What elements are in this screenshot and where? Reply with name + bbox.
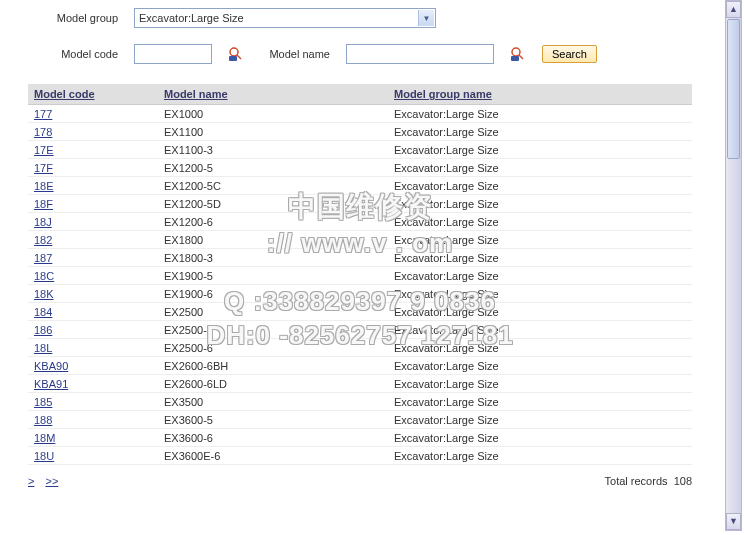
- model-name-label: Model name: [260, 48, 330, 60]
- model-code-label: Model code: [40, 48, 118, 60]
- table-row: 18KEX1900-6Excavator:Large Size: [28, 285, 692, 303]
- model-code-link[interactable]: KBA90: [34, 360, 68, 372]
- model-code-link[interactable]: 18C: [34, 270, 54, 282]
- table-row: 185EX3500Excavator:Large Size: [28, 393, 692, 411]
- scroll-thumb[interactable]: [727, 19, 740, 159]
- cell-code: 17F: [28, 159, 158, 177]
- cell-group: Excavator:Large Size: [388, 267, 692, 285]
- cell-name: EX1900-5: [158, 267, 388, 285]
- filter-row-2: Model code Model name Search: [0, 36, 720, 72]
- cell-group: Excavator:Large Size: [388, 195, 692, 213]
- pager: > >>: [28, 475, 66, 487]
- svg-line-4: [519, 55, 523, 59]
- table-row: KBA90EX2600-6BHExcavator:Large Size: [28, 357, 692, 375]
- model-group-label: Model group: [40, 12, 118, 24]
- table-row: 17FEX1200-5Excavator:Large Size: [28, 159, 692, 177]
- col-model-group[interactable]: Model group name: [388, 84, 692, 105]
- cell-name: EX3500: [158, 393, 388, 411]
- cell-name: EX1200-6: [158, 213, 388, 231]
- search-button[interactable]: Search: [542, 45, 597, 63]
- cell-name: EX2600-6LD: [158, 375, 388, 393]
- table-row: 184EX2500Excavator:Large Size: [28, 303, 692, 321]
- model-code-link[interactable]: 18M: [34, 432, 55, 444]
- cell-group: Excavator:Large Size: [388, 285, 692, 303]
- model-code-link[interactable]: 18F: [34, 198, 53, 210]
- model-code-link[interactable]: KBA91: [34, 378, 68, 390]
- cell-group: Excavator:Large Size: [388, 177, 692, 195]
- cell-group: Excavator:Large Size: [388, 249, 692, 267]
- model-code-link[interactable]: 18K: [34, 288, 54, 300]
- model-code-link[interactable]: 188: [34, 414, 52, 426]
- table-row: 18CEX1900-5Excavator:Large Size: [28, 267, 692, 285]
- table-row: 182EX1800Excavator:Large Size: [28, 231, 692, 249]
- cell-group: Excavator:Large Size: [388, 429, 692, 447]
- cell-group: Excavator:Large Size: [388, 393, 692, 411]
- col-model-name[interactable]: Model name: [158, 84, 388, 105]
- svg-point-0: [230, 48, 238, 56]
- cell-code: 18J: [28, 213, 158, 231]
- model-code-link[interactable]: 186: [34, 324, 52, 336]
- model-code-link[interactable]: 18J: [34, 216, 52, 228]
- model-name-input[interactable]: [346, 44, 494, 64]
- cell-name: EX1200-5: [158, 159, 388, 177]
- model-code-link[interactable]: 184: [34, 306, 52, 318]
- cell-name: EX3600E-6: [158, 447, 388, 465]
- results-table-wrap: Model code Model name Model group name 1…: [0, 72, 720, 471]
- cell-code: 18U: [28, 447, 158, 465]
- results-table: Model code Model name Model group name 1…: [28, 84, 692, 465]
- svg-line-1: [237, 55, 241, 59]
- pager-next[interactable]: >: [28, 475, 34, 487]
- model-code-link[interactable]: 18U: [34, 450, 54, 462]
- model-code-link[interactable]: 178: [34, 126, 52, 138]
- model-code-link[interactable]: 182: [34, 234, 52, 246]
- cell-name: EX1100: [158, 123, 388, 141]
- cell-group: Excavator:Large Size: [388, 339, 692, 357]
- model-code-link[interactable]: 18L: [34, 342, 52, 354]
- table-row: 188EX3600-5Excavator:Large Size: [28, 411, 692, 429]
- cell-name: EX3600-6: [158, 429, 388, 447]
- cell-code: 185: [28, 393, 158, 411]
- cell-group: Excavator:Large Size: [388, 231, 692, 249]
- model-code-link[interactable]: 17E: [34, 144, 54, 156]
- cell-code: 188: [28, 411, 158, 429]
- cell-group: Excavator:Large Size: [388, 105, 692, 123]
- cell-group: Excavator:Large Size: [388, 303, 692, 321]
- cell-code: 18M: [28, 429, 158, 447]
- cell-code: 17E: [28, 141, 158, 159]
- cell-name: EX2500: [158, 303, 388, 321]
- lookup-icon[interactable]: [510, 46, 526, 62]
- model-code-link[interactable]: 187: [34, 252, 52, 264]
- model-group-dropdown[interactable]: Excavator:Large Size ▼: [134, 8, 436, 28]
- cell-group: Excavator:Large Size: [388, 213, 692, 231]
- svg-rect-5: [511, 56, 519, 61]
- model-code-input[interactable]: [134, 44, 212, 64]
- table-row: KBA91EX2600-6LDExcavator:Large Size: [28, 375, 692, 393]
- cell-code: 187: [28, 249, 158, 267]
- total-records: Total records 108: [605, 475, 692, 487]
- lookup-icon[interactable]: [228, 46, 244, 62]
- model-code-link[interactable]: 18E: [34, 180, 54, 192]
- pager-last[interactable]: >>: [46, 475, 59, 487]
- table-header-row: Model code Model name Model group name: [28, 84, 692, 105]
- cell-code: 18F: [28, 195, 158, 213]
- cell-name: EX1200-5C: [158, 177, 388, 195]
- table-row: 187EX1800-3Excavator:Large Size: [28, 249, 692, 267]
- model-code-link[interactable]: 185: [34, 396, 52, 408]
- cell-code: 18E: [28, 177, 158, 195]
- table-row: 177EX1000Excavator:Large Size: [28, 105, 692, 123]
- model-group-value: Excavator:Large Size: [139, 12, 244, 24]
- table-row: 186EX2500-5Excavator:Large Size: [28, 321, 692, 339]
- scroll-up-icon[interactable]: ▲: [726, 1, 741, 18]
- model-code-link[interactable]: 177: [34, 108, 52, 120]
- table-row: 17EEX1100-3Excavator:Large Size: [28, 141, 692, 159]
- cell-code: 182: [28, 231, 158, 249]
- vertical-scrollbar[interactable]: ▲ ▼: [725, 0, 742, 531]
- cell-name: EX3600-5: [158, 411, 388, 429]
- cell-group: Excavator:Large Size: [388, 357, 692, 375]
- table-row: 18FEX1200-5DExcavator:Large Size: [28, 195, 692, 213]
- model-code-link[interactable]: 17F: [34, 162, 53, 174]
- table-row: 18EEX1200-5CExcavator:Large Size: [28, 177, 692, 195]
- table-row: 18UEX3600E-6Excavator:Large Size: [28, 447, 692, 465]
- col-model-code[interactable]: Model code: [28, 84, 158, 105]
- scroll-down-icon[interactable]: ▼: [726, 513, 741, 530]
